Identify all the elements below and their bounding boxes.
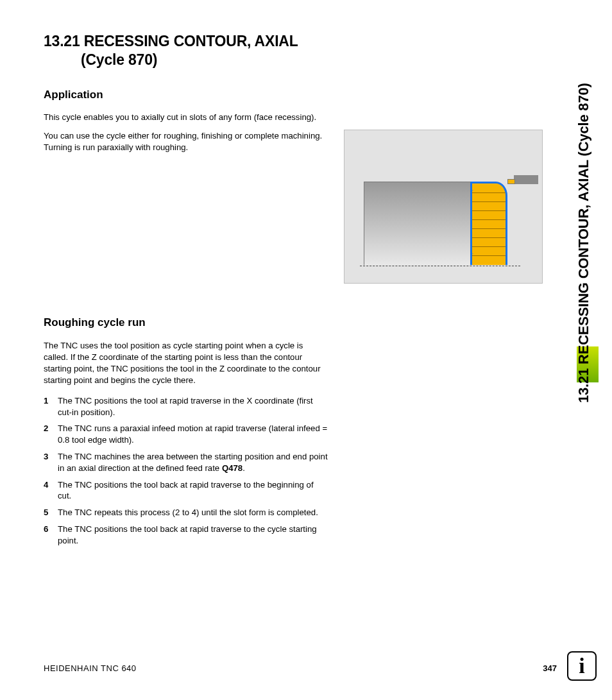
step-number: 2 (44, 423, 58, 446)
info-icon: i (567, 651, 597, 681)
step-text: The TNC repeats this process (2 to 4) un… (58, 507, 329, 518)
roughing-intro: The TNC uses the tool position as cycle … (44, 340, 329, 386)
heading-title: RECESSING CONTOUR, AXIAL (84, 33, 298, 49)
heading-number: 13.21 (44, 33, 80, 49)
step-number: 1 (44, 395, 58, 418)
step-text: The TNC machines the area between the st… (58, 451, 329, 474)
side-tab: 13.21 RECESSING CONTOUR, AXIAL (Cycle 87… (577, 32, 597, 404)
step-number: 6 (44, 524, 58, 547)
step-number: 4 (44, 479, 58, 502)
page-footer: HEIDENHAIN TNC 640 347 (44, 663, 557, 673)
step-text: The TNC positions the tool at rapid trav… (58, 395, 329, 418)
page-heading: 13.21 RECESSING CONTOUR, AXIAL (Cycle 87… (44, 32, 544, 69)
application-text: This cycle enables you to axially cut in… (44, 112, 329, 284)
application-para-2: You can use the cycle either for roughin… (44, 130, 329, 153)
cycle-diagram (344, 130, 543, 284)
step-text: The TNC positions the tool back at rapid… (58, 524, 329, 547)
roughing-heading: Roughing cycle run (44, 316, 329, 330)
heading-subtitle: (Cycle 870) (44, 51, 544, 69)
step-number: 3 (44, 451, 58, 474)
q478-code: Q478 (222, 463, 242, 473)
footer-doc-name: HEIDENHAIN TNC 640 (44, 663, 137, 673)
step-text: The TNC positions the tool back at rapid… (58, 479, 329, 502)
step-number: 5 (44, 507, 58, 518)
footer-page-number: 347 (543, 663, 557, 673)
roughing-steps: 1 The TNC positions the tool at rapid tr… (44, 395, 329, 547)
application-heading: Application (44, 89, 544, 101)
step-text: The TNC runs a paraxial infeed motion at… (58, 423, 329, 446)
side-tab-text: 13.21 RECESSING CONTOUR, AXIAL (Cycle 87… (575, 44, 592, 403)
application-para-1: This cycle enables you to axially cut in… (44, 112, 329, 123)
